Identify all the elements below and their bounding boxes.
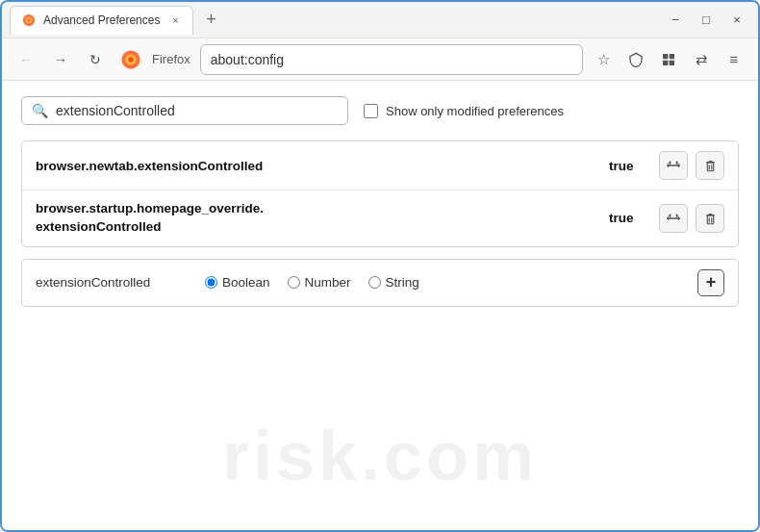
search-row: 🔍 Show only modified preferences [21, 96, 739, 125]
pref-name-2: browser.startup.homepage_override. exten… [36, 200, 597, 237]
extension-button[interactable] [654, 45, 683, 74]
tab-title: Advanced Preferences [43, 13, 160, 27]
toggle-button-2[interactable] [659, 204, 688, 233]
minimize-button[interactable]: − [662, 7, 689, 34]
number-radio[interactable] [288, 276, 300, 289]
boolean-radio[interactable] [205, 276, 217, 289]
number-label: Number [305, 275, 351, 290]
window-controls: − □ × [662, 7, 750, 34]
type-radio-group: Boolean Number String [205, 275, 419, 290]
svg-point-5 [128, 57, 134, 63]
add-pref-name: extensionControlled [36, 275, 190, 290]
bookmark-button[interactable]: ☆ [589, 45, 618, 74]
refresh-button[interactable]: ↻ [81, 45, 110, 74]
back-button[interactable]: ← [12, 45, 40, 74]
firefox-logo [119, 48, 142, 71]
search-input[interactable] [56, 103, 338, 118]
tab-favicon [22, 13, 36, 27]
add-preference-row: extensionControlled Boolean Number Strin… [21, 259, 739, 307]
close-button[interactable]: × [723, 7, 750, 34]
svg-rect-9 [670, 60, 674, 64]
address-text: about:config [211, 52, 572, 67]
svg-point-2 [27, 18, 31, 22]
toggle-button-1[interactable] [659, 151, 688, 180]
menu-button[interactable]: ≡ [720, 45, 748, 74]
show-modified-checkbox[interactable] [364, 104, 378, 118]
pref-value-2: true [609, 211, 647, 225]
pref-name-1: browser.newtab.extensionControlled [36, 159, 597, 173]
boolean-label: Boolean [222, 275, 270, 290]
boolean-radio-option[interactable]: Boolean [205, 275, 270, 290]
new-tab-button[interactable]: + [197, 7, 224, 34]
address-bar[interactable]: about:config [200, 44, 583, 75]
table-row: browser.startup.homepage_override. exten… [22, 190, 738, 246]
show-modified-label: Show only modified preferences [386, 104, 564, 118]
maximize-button[interactable]: □ [693, 7, 720, 34]
sync-button[interactable]: ⇄ [687, 45, 716, 74]
title-bar: Advanced Preferences × + − □ × [2, 2, 758, 38]
table-row: browser.newtab.extensionControlled true [22, 141, 738, 190]
active-tab: Advanced Preferences × [10, 6, 193, 35]
main-content: risk.com 🔍 Show only modified preference… [2, 81, 758, 532]
tab-close-button[interactable]: × [167, 13, 183, 28]
svg-rect-10 [707, 163, 713, 171]
forward-button[interactable]: → [46, 45, 75, 74]
pref-actions-2 [659, 204, 724, 233]
watermark: risk.com [222, 417, 538, 495]
toolbar: ← → ↻ Firefox about:config ☆ [2, 38, 758, 81]
svg-rect-6 [663, 54, 668, 59]
search-icon: 🔍 [32, 103, 48, 118]
add-button[interactable]: + [697, 269, 724, 296]
pref-value-1: true [609, 159, 647, 173]
search-box: 🔍 [21, 96, 348, 125]
string-radio[interactable] [368, 276, 381, 289]
toolbar-icons: ☆ ⇄ ≡ [589, 45, 748, 74]
firefox-label: Firefox [152, 52, 190, 66]
number-radio-option[interactable]: Number [288, 275, 351, 290]
delete-button-2[interactable] [696, 204, 724, 233]
shield-button[interactable] [621, 45, 650, 74]
svg-rect-8 [663, 60, 668, 64]
pref-actions-1 [659, 151, 724, 180]
svg-rect-13 [707, 215, 713, 224]
delete-button-1[interactable] [696, 151, 724, 180]
string-radio-option[interactable]: String [368, 275, 419, 290]
string-label: String [386, 275, 419, 290]
preferences-table: browser.newtab.extensionControlled true [21, 140, 739, 247]
show-modified-row: Show only modified preferences [364, 104, 564, 118]
svg-rect-7 [670, 54, 674, 59]
